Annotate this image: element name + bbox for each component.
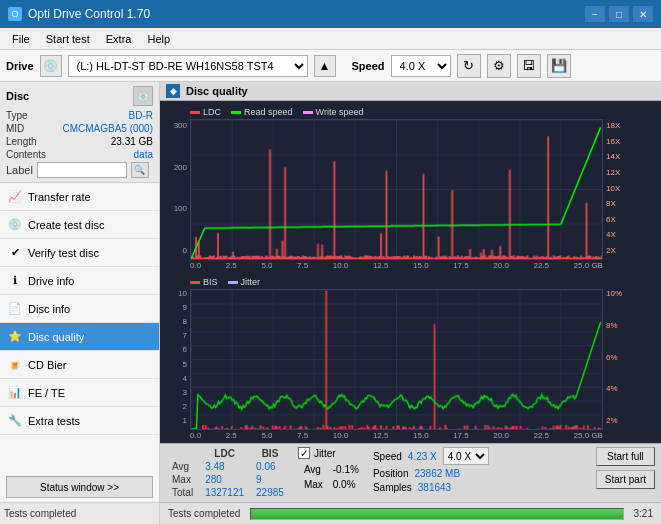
legend-ldc: LDC	[190, 107, 221, 117]
menu-file[interactable]: File	[4, 31, 38, 47]
bot-x-15: 15.0	[413, 431, 429, 440]
disc-type-value: BD-R	[129, 110, 153, 121]
disc-panel: Disc 💿 Type BD-R MID CMCMAGBA5 (000) Len…	[0, 82, 159, 183]
stats-col-ldc: LDC	[199, 447, 250, 460]
disc-contents-value: data	[134, 149, 153, 160]
start-part-button[interactable]: Start part	[596, 470, 655, 489]
speed-section: Speed 4.23 X 4.0 X Position 23862 MB Sam…	[373, 447, 489, 493]
minimize-button[interactable]: −	[585, 6, 605, 22]
bot-chart-y-10: 10	[178, 289, 187, 298]
bottom-status-text: Tests completed	[168, 508, 240, 519]
disc-label-input[interactable]	[37, 162, 127, 178]
drive-icon[interactable]: 💿	[40, 55, 62, 77]
top-chart-y-300: 300	[174, 121, 187, 130]
eject-button[interactable]: ▲	[314, 55, 336, 77]
top-chart-yr-18: 18X	[606, 121, 620, 130]
stats-avg-ldc: 3.48	[199, 460, 250, 473]
disc-label-row: Label 🔍	[6, 162, 153, 178]
disc-length-row: Length 23.31 GB	[6, 136, 153, 147]
top-chart-legend: LDC Read speed Write speed	[190, 105, 603, 119]
disc-contents-row: Contents data	[6, 149, 153, 160]
bottom-status-time: 3:21	[634, 508, 653, 519]
sidebar-item-disc-info[interactable]: 📄 Disc info	[0, 295, 159, 323]
disc-panel-title: Disc	[6, 90, 29, 102]
top-chart-yr-8: 8X	[606, 199, 616, 208]
write-speed-legend-color	[303, 111, 313, 114]
settings-button[interactable]: ⚙	[487, 54, 511, 78]
x-label-15: 15.0	[413, 261, 429, 270]
x-label-12-5: 12.5	[373, 261, 389, 270]
bot-chart-yr-4: 4%	[606, 384, 618, 393]
close-button[interactable]: ✕	[633, 6, 653, 22]
write-speed-legend-label: Write speed	[316, 107, 364, 117]
disc-length-label: Length	[6, 136, 37, 147]
stats-row-avg-label: Avg	[166, 460, 199, 473]
stats-avg-bis: 0.06	[250, 460, 290, 473]
sidebar-item-drive-info[interactable]: ℹ Drive info	[0, 267, 159, 295]
maximize-button[interactable]: □	[609, 6, 629, 22]
bot-chart-y-5: 5	[183, 360, 187, 369]
top-chart-y-200: 200	[174, 163, 187, 172]
x-label-10: 10.0	[333, 261, 349, 270]
bot-x-0: 0.0	[190, 431, 201, 440]
x-label-20: 20.0	[493, 261, 509, 270]
refresh-button[interactable]: ↻	[457, 54, 481, 78]
status-text: Tests completed	[4, 508, 76, 519]
drive-select[interactable]: (L:) HL-DT-ST BD-RE WH16NS58 TST4	[68, 55, 308, 77]
sidebar-item-label-verify-test-disc: Verify test disc	[28, 247, 99, 259]
top-chart-yr-4: 4X	[606, 230, 616, 239]
sidebar-item-transfer-rate[interactable]: 📈 Transfer rate	[0, 183, 159, 211]
status-window-button[interactable]: Status window >>	[6, 476, 153, 498]
stats-total-ldc: 1327121	[199, 486, 250, 499]
menu-extra[interactable]: Extra	[98, 31, 140, 47]
position-value: 23862 MB	[414, 468, 460, 479]
start-full-button[interactable]: Start full	[596, 447, 655, 466]
menu-bar: File Start test Extra Help	[0, 28, 661, 50]
bot-x-7-5: 7.5	[297, 431, 308, 440]
bot-chart-yr-6: 6%	[606, 353, 618, 362]
main-content: ◆ Disc quality 300 200 100 0	[160, 82, 661, 524]
x-label-0: 0.0	[190, 261, 201, 270]
bot-x-17-5: 17.5	[453, 431, 469, 440]
verify-test-disc-icon: ✔	[8, 246, 22, 260]
info-button[interactable]: 🖫	[517, 54, 541, 78]
bot-x-10: 10.0	[333, 431, 349, 440]
save-button[interactable]: 💾	[547, 54, 571, 78]
title-bar: O Opti Drive Control 1.70 − □ ✕	[0, 0, 661, 28]
legend-jitter: Jitter	[228, 277, 261, 287]
stats-jitter-max: 0.0%	[329, 478, 363, 491]
app-title: Opti Drive Control 1.70	[28, 7, 150, 21]
speed-select[interactable]: 4.0 X 1.0 X 2.0 X 8.0 X	[391, 55, 451, 77]
disc-label-button[interactable]: 🔍	[131, 162, 149, 178]
jitter-checkbox[interactable]: ✓	[298, 447, 310, 459]
speed-dropdown[interactable]: 4.0 X	[443, 447, 489, 465]
position-label: Position	[373, 468, 409, 479]
bot-x-5: 5.0	[261, 431, 272, 440]
top-chart-y-0: 0	[183, 246, 187, 255]
jitter-section: ✓ Jitter Avg -0.1% Max 0.0%	[298, 447, 365, 493]
bot-chart-y-7: 7	[183, 331, 187, 340]
disc-panel-icon[interactable]: 💿	[133, 86, 153, 106]
menu-help[interactable]: Help	[139, 31, 178, 47]
sidebar-item-disc-quality[interactable]: ⭐ Disc quality	[0, 323, 159, 351]
sidebar-item-extra-tests[interactable]: 🔧 Extra tests	[0, 407, 159, 435]
sidebar-item-cd-bier[interactable]: 🍺 CD Bier	[0, 351, 159, 379]
x-label-2-5: 2.5	[226, 261, 237, 270]
bot-chart-yr-8: 8%	[606, 321, 618, 330]
transfer-rate-icon: 📈	[8, 190, 22, 204]
bottom-progress-fill	[251, 509, 622, 519]
bot-chart-y-9: 9	[183, 303, 187, 312]
create-test-disc-icon: 💿	[8, 218, 22, 232]
drive-info-icon: ℹ	[8, 274, 22, 288]
top-chart-canvas	[191, 120, 602, 259]
sidebar-item-label-fe-te: FE / TE	[28, 387, 65, 399]
menu-start-test[interactable]: Start test	[38, 31, 98, 47]
sidebar-item-verify-test-disc[interactable]: ✔ Verify test disc	[0, 239, 159, 267]
sidebar-item-fe-te[interactable]: 📊 FE / TE	[0, 379, 159, 407]
sidebar-item-create-test-disc[interactable]: 💿 Create test disc	[0, 211, 159, 239]
buttons-section: Start full Start part	[596, 447, 655, 489]
x-label-5: 5.0	[261, 261, 272, 270]
stats-table: LDC BIS Avg 3.48 0.06 Max 280 9 Total	[166, 447, 290, 499]
chart-title: Disc quality	[186, 85, 248, 97]
bot-x-25: 25.0 GB	[574, 431, 603, 440]
